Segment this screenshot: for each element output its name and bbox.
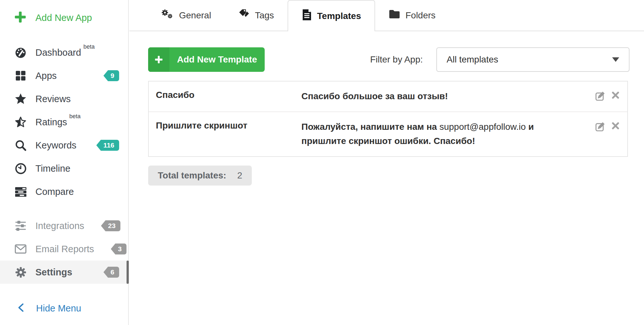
integrations-count-badge: 23	[101, 220, 120, 231]
keywords-count-badge: 116	[96, 140, 119, 151]
chevron-down-icon	[612, 57, 619, 62]
templates-toolbar: Add New Template Filter by App: All temp…	[148, 47, 630, 72]
total-templates-count: 2	[237, 170, 242, 181]
edit-template-icon[interactable]	[595, 91, 606, 101]
chevron-left-icon	[17, 303, 25, 314]
support-email: support@appfollow.io	[440, 122, 526, 132]
sidebar-item-email-reports[interactable]: Email Reports 3	[0, 237, 128, 261]
hide-menu-label: Hide Menu	[36, 303, 81, 314]
sidebar-item-apps[interactable]: Apps 9	[0, 64, 128, 87]
delete-template-icon[interactable]	[611, 121, 620, 130]
sidebar-nav: Dashboardbeta Apps 9 Reviews Ratingsbeta	[0, 41, 128, 284]
total-templates-label: Total templates:	[158, 170, 226, 181]
main-content: General Tags Templates Folders Add	[129, 0, 644, 325]
add-new-template-button[interactable]: Add New Template	[148, 47, 265, 72]
sidebar-item-compare[interactable]: Compare	[0, 180, 128, 203]
add-new-template-label: Add New Template	[169, 54, 265, 65]
filter-by-app: Filter by App: All templates	[370, 47, 630, 72]
clock-icon	[14, 163, 27, 175]
sidebar-item-label: Keywords	[35, 140, 76, 151]
template-name: Пришлите скриншот	[156, 120, 301, 148]
sidebar-item-dashboard[interactable]: Dashboardbeta	[0, 41, 128, 64]
tab-label: Templates	[317, 11, 361, 21]
compare-icon	[14, 186, 27, 198]
sidebar-item-label: Apps	[35, 71, 57, 81]
sidebar-item-label: Ratingsbeta	[35, 117, 80, 128]
folder-icon	[389, 9, 400, 21]
sidebar-item-integrations[interactable]: Integrations 23	[0, 214, 128, 237]
sidebar: Add New App Dashboardbeta Apps 9 Reviews	[0, 0, 129, 325]
tab-general[interactable]: General	[147, 0, 225, 31]
template-text: Спасибо большое за ваш отзыв!	[301, 89, 589, 103]
delete-template-icon[interactable]	[611, 91, 620, 100]
templates-table: Спасибо Спасибо большое за ваш отзыв! Пр…	[148, 81, 628, 157]
sidebar-item-ratings[interactable]: Ratingsbeta	[0, 110, 128, 134]
gear-icon	[14, 266, 27, 278]
settings-count-badge: 6	[103, 267, 119, 278]
sidebar-scrollbar-thumb[interactable]	[127, 261, 129, 284]
star-half-icon	[14, 116, 27, 128]
apps-count-badge: 9	[103, 70, 119, 81]
total-templates-badge: Total templates: 2	[148, 166, 252, 186]
add-new-app-label: Add New App	[35, 13, 92, 23]
sidebar-item-timeline[interactable]: Timeline	[0, 157, 128, 180]
plus-icon	[148, 47, 169, 72]
sidebar-item-label: Email Reports	[35, 244, 94, 254]
search-icon	[14, 139, 27, 151]
sidebar-item-settings[interactable]: Settings 6	[0, 261, 128, 284]
sidebar-item-label: Settings	[35, 267, 72, 278]
beta-tag: beta	[83, 43, 95, 50]
tab-folders[interactable]: Folders	[375, 0, 449, 31]
gauge-icon	[14, 46, 27, 59]
sliders-icon	[14, 220, 27, 232]
selected-filter-value: All templates	[447, 54, 612, 65]
add-new-app-button[interactable]: Add New App	[0, 0, 128, 35]
grid-icon	[14, 70, 27, 81]
filter-label: Filter by App:	[370, 54, 423, 65]
edit-template-icon[interactable]	[595, 121, 606, 132]
settings-tabs: General Tags Templates Folders	[129, 0, 644, 31]
envelope-icon	[14, 243, 27, 255]
template-row: Пришлите скриншот Пожалуйста, напишите н…	[149, 111, 627, 156]
sidebar-item-reviews[interactable]: Reviews	[0, 87, 128, 110]
gears-icon	[161, 9, 174, 22]
app-filter-select[interactable]: All templates	[436, 47, 630, 72]
sidebar-item-keywords[interactable]: Keywords 116	[0, 134, 128, 157]
tab-label: Tags	[255, 10, 274, 21]
email-reports-count-badge: 3	[111, 244, 127, 254]
beta-tag: beta	[69, 113, 80, 119]
tags-icon	[238, 9, 250, 22]
sidebar-item-label: Reviews	[35, 94, 71, 104]
hide-menu-button[interactable]: Hide Menu	[0, 297, 128, 320]
tab-label: Folders	[405, 10, 435, 21]
template-text: Пожалуйста, напишите нам на support@appf…	[301, 120, 589, 148]
sidebar-item-label: Dashboardbeta	[35, 47, 95, 58]
tab-templates[interactable]: Templates	[288, 0, 375, 31]
tab-tags[interactable]: Tags	[225, 0, 288, 31]
sidebar-item-label: Integrations	[35, 221, 84, 231]
plus-icon	[14, 11, 26, 24]
document-icon	[302, 9, 312, 23]
star-icon	[14, 93, 27, 105]
tab-label: General	[179, 10, 211, 21]
sidebar-item-label: Compare	[35, 186, 74, 197]
template-row: Спасибо Спасибо большое за ваш отзыв!	[149, 81, 627, 111]
sidebar-item-label: Timeline	[35, 163, 71, 174]
template-name: Спасибо	[156, 89, 301, 103]
